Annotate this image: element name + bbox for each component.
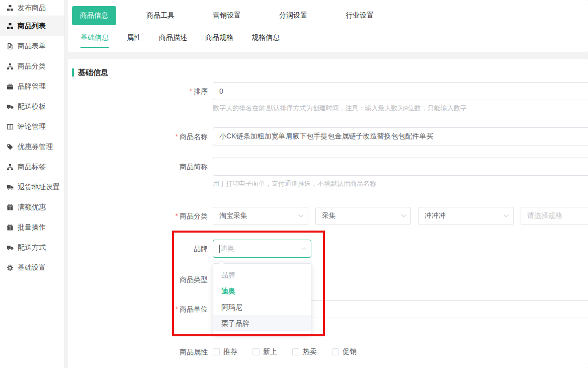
short-name-control: 用于打印电子面单，支付通道推送，不填默认用商品名称 [213,158,588,188]
category-select-level2[interactable]: 采集 [315,207,411,225]
sidebar: 发布商品 商品列表 商品表单 商品分类 品牌管理 配送模板 评论管理 优惠券管理… [0,0,65,368]
tab-marketing-settings[interactable]: 营销设置 [205,6,249,25]
truck-icon [7,103,14,110]
sidebar-item-label: 发布商品 [18,4,46,13]
sitemap-icon [7,164,14,171]
category-label: *商品分类 [72,207,213,225]
sidebar-item-product-tags[interactable]: 商品标签 [0,157,64,177]
subtab-spec-info[interactable]: 规格信息 [251,33,280,48]
brand-row: 品牌 迪奥 品牌 迪奥 阿玛尼 栗子品牌 [72,240,588,258]
sort-input[interactable] [213,82,588,100]
section-title: 基础信息 [78,68,108,78]
sidebar-item-full-discount[interactable]: 满额优惠 [0,197,64,217]
tab-product-info[interactable]: 商品信息 [72,6,116,25]
sidebar-item-brand-management[interactable]: 品牌管理 [0,77,64,97]
product-attrs-group: 推荐 新上 热卖 促销 [213,347,357,357]
sidebar-item-label: 基础设置 [18,263,46,272]
tab-card: 商品信息 商品工具 营销设置 分润设置 行业设置 基础信息 属性 商品描述 商品… [68,0,588,52]
required-mark: * [176,132,178,140]
chevron-down-icon [299,212,304,217]
brand-option-dior[interactable]: 迪奥 [213,283,311,299]
short-name-input[interactable] [213,158,588,176]
required-mark: * [176,212,178,220]
brand-option-lizi[interactable]: 栗子品牌 [213,315,311,331]
chevron-down-icon [504,212,509,217]
tab-product-tools[interactable]: 商品工具 [138,6,183,25]
short-name-help-text: 用于打印电子面单，支付通道推送，不填默认用商品名称 [213,179,588,188]
attr-checkbox-promo[interactable]: 促销 [332,347,357,356]
section-header: 基础信息 [72,68,588,77]
product-unit-row: *商品单位 [72,300,588,318]
product-name-control [213,127,588,145]
attr-checkbox-hot[interactable]: 热卖 [292,347,317,356]
brand-dropdown: 品牌 迪奥 阿玛尼 栗子品牌 [213,263,311,335]
subtab-attributes[interactable]: 属性 [127,33,141,48]
sidebar-item-label: 评论管理 [18,122,46,131]
spec-select[interactable]: 请选择规格 [521,207,588,225]
cubes-icon [7,5,14,12]
content-card: 基础信息 *排序 数字大的排名在前,默认排序方式为创建时间，注意：输入最大数为9… [68,59,588,368]
product-name-input[interactable] [213,127,588,145]
sidebar-item-product-category[interactable]: 商品分类 [0,56,64,77]
sidebar-item-label: 退货地址设置 [18,183,60,192]
sidebar-item-coupon-management[interactable]: 优惠券管理 [0,137,64,157]
checkbox-icon[interactable] [332,348,339,355]
sidebar-item-label: 商品分类 [18,62,46,71]
product-type-row: 商品类型 [72,270,588,288]
dropdown-arrow [218,260,224,266]
checkbox-icon[interactable] [213,348,220,355]
gift-icon [7,224,14,231]
sidebar-item-label: 优惠券管理 [18,142,53,152]
sidebar-item-batch-operation[interactable]: 批量操作 [0,217,64,238]
brand-select[interactable]: 迪奥 [213,240,311,258]
subtab-product-spec[interactable]: 商品规格 [205,33,233,48]
tab-profit-settings[interactable]: 分润设置 [271,6,315,25]
text-cursor [219,245,220,253]
sidebar-item-label: 商品列表 [18,22,46,31]
sidebar-item-product-form[interactable]: 商品表单 [0,36,64,56]
chevron-down-icon [401,212,406,217]
sort-help-text: 数字大的排名在前,默认排序方式为创建时间，注意：输入最大数为9位数，只能输入数字 [213,104,588,113]
sidebar-item-label: 批量操作 [18,223,46,232]
brand-option-placeholder[interactable]: 品牌 [213,267,311,283]
gift-icon [7,204,14,211]
sub-tab-bar: 基础信息 属性 商品描述 商品规格 规格信息 [72,33,588,48]
required-mark: * [190,87,192,95]
tag-icon [7,143,14,151]
truck-icon [7,244,14,251]
subtab-product-description[interactable]: 商品描述 [159,33,187,48]
sidebar-item-label: 品牌管理 [18,82,46,91]
sidebar-item-publish-product[interactable]: 发布商品 [0,0,64,16]
gear-icon [7,264,14,271]
category-select-level1[interactable]: 淘宝采集 [213,207,308,225]
sidebar-item-label: 配送模板 [18,102,46,111]
category-select-level3[interactable]: 冲冲冲 [418,207,514,225]
short-name-row: 商品简称 用于打印电子面单，支付通道推送，不填默认用商品名称 [72,158,588,188]
product-name-label: *商品名称 [72,127,213,145]
sidebar-item-product-list[interactable]: 商品列表 [0,16,64,36]
attr-checkbox-recommend[interactable]: 推荐 [213,347,237,356]
checkbox-icon[interactable] [292,348,299,355]
sort-row: *排序 数字大的排名在前,默认排序方式为创建时间，注意：输入最大数为9位数，只能… [72,82,588,113]
brand-control: 迪奥 品牌 迪奥 阿玛尼 栗子品牌 [213,240,311,258]
main-tab-bar: 商品信息 商品工具 营销设置 分润设置 行业设置 [72,6,588,25]
section-accent-bar [72,68,74,77]
cubes-icon [7,23,14,30]
sidebar-item-label: 配送方式 [18,243,46,252]
attr-checkbox-new[interactable]: 新上 [253,347,277,356]
tab-industry-settings[interactable]: 行业设置 [338,6,382,25]
category-row: *商品分类 淘宝采集 采集 冲冲冲 请选择规格 [72,207,588,225]
sidebar-item-shipping-template[interactable]: 配送模板 [0,97,64,117]
sidebar-item-review-management[interactable]: 评论管理 [0,117,64,137]
basic-info-form: *排序 数字大的排名在前,默认排序方式为创建时间，注意：输入最大数为9位数，只能… [72,82,588,357]
truck-icon [7,184,14,191]
sidebar-item-shipping-method[interactable]: 配送方式 [0,238,64,258]
sidebar-item-return-address-settings[interactable]: 退货地址设置 [0,177,64,197]
product-attrs-row: 商品属性 推荐 新上 热卖 [72,347,588,357]
checkbox-icon[interactable] [253,348,260,355]
sidebar-item-basic-settings[interactable]: 基础设置 [0,258,64,278]
brand-option-armani[interactable]: 阿玛尼 [213,299,311,315]
sort-label: *排序 [72,82,213,113]
subtab-basic-info[interactable]: 基础信息 [80,33,109,48]
product-attrs-label: 商品属性 [72,347,213,357]
